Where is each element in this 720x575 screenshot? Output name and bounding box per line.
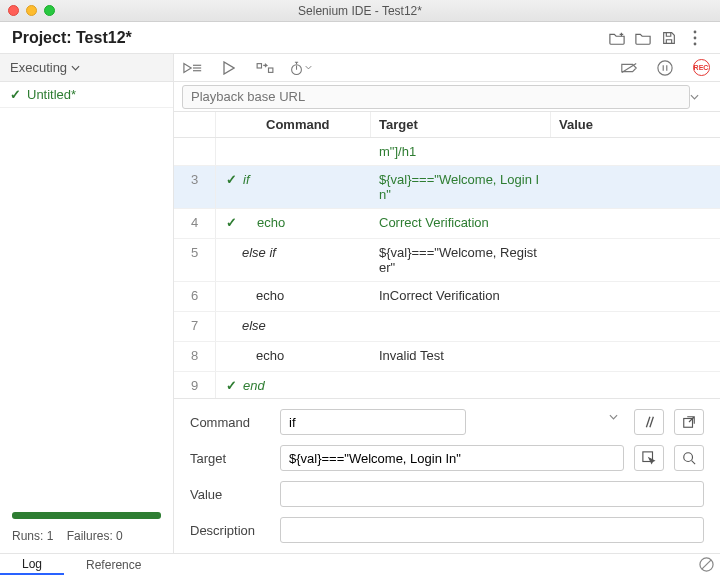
- step-value: [551, 209, 720, 221]
- chevron-down-icon: [690, 94, 699, 100]
- comment-slashes-icon: [642, 415, 656, 429]
- open-project-button[interactable]: [630, 26, 656, 50]
- folder-open-icon: [634, 30, 652, 46]
- step-target: [371, 312, 551, 324]
- run-all-button[interactable]: [182, 57, 204, 79]
- step-value: [551, 342, 720, 354]
- step-command: else: [242, 318, 266, 333]
- clear-icon: [699, 557, 714, 572]
- run-button[interactable]: [218, 57, 240, 79]
- tests-mode-label: Executing: [10, 60, 67, 75]
- header-command: Command: [216, 112, 371, 137]
- step-command-cell: ✓echo: [216, 209, 371, 236]
- header-value: Value: [551, 112, 720, 137]
- step-target: ${val}==="Welcome, Login In": [371, 166, 551, 208]
- test-name: Untitled*: [27, 87, 76, 102]
- check-icon: ✓: [226, 172, 237, 187]
- svg-point-10: [658, 60, 672, 74]
- step-target: Invalid Test: [371, 342, 551, 369]
- new-project-button[interactable]: [604, 26, 630, 50]
- form-value-label: Value: [190, 487, 270, 502]
- stopwatch-icon: [290, 60, 303, 76]
- step-row[interactable]: 7else: [174, 312, 720, 342]
- pause-circle-icon: [657, 60, 673, 76]
- find-target-button[interactable]: [674, 445, 704, 471]
- no-breakpoint-icon: [620, 61, 638, 75]
- step-row[interactable]: 3✓if${val}==="Welcome, Login In": [174, 166, 720, 209]
- chevron-down-icon: [305, 65, 312, 70]
- grid-header: Command Target Value: [174, 112, 720, 138]
- svg-point-17: [684, 453, 693, 462]
- check-icon: ✓: [10, 87, 21, 102]
- speed-button[interactable]: [290, 57, 312, 79]
- chevron-down-icon: [609, 414, 618, 420]
- run-stats: Runs: 1 Failures: 0: [0, 529, 173, 553]
- header-target: Target: [371, 112, 551, 137]
- step-row[interactable]: 9✓end: [174, 372, 720, 398]
- step-row[interactable]: 8echoInvalid Test: [174, 342, 720, 372]
- step-target: InCorrect Verification: [371, 282, 551, 309]
- step-number: 9: [174, 372, 216, 398]
- bottom-tabs: Log Reference: [0, 553, 720, 575]
- step-command: echo: [242, 348, 284, 363]
- step-command-cell: ✓if: [216, 166, 371, 193]
- tests-dropdown[interactable]: Executing: [0, 54, 173, 82]
- step-number: 8: [174, 342, 216, 371]
- svg-line-20: [701, 560, 710, 569]
- step-row[interactable]: 5else if${val}==="Welcome, Register": [174, 239, 720, 282]
- check-icon: ✓: [226, 378, 237, 393]
- step-command-cell: else: [216, 312, 371, 339]
- test-item[interactable]: ✓ Untitled*: [0, 82, 173, 108]
- step-command: echo: [242, 288, 284, 303]
- step-command-cell: ✓end: [216, 372, 371, 398]
- step-value: [551, 166, 720, 178]
- step-value: [551, 372, 720, 384]
- more-menu-button[interactable]: [682, 26, 708, 50]
- step-command-cell: echo: [216, 342, 371, 369]
- project-header: Project: Test12*: [0, 22, 720, 54]
- progress-bar: [12, 512, 161, 519]
- toggle-command-button[interactable]: [634, 409, 664, 435]
- record-icon: REC: [693, 59, 710, 76]
- step-command-cell: [216, 138, 371, 150]
- form-value-input[interactable]: [280, 481, 704, 507]
- step-button[interactable]: [254, 57, 276, 79]
- step-command: else if: [242, 245, 276, 260]
- form-command-label: Command: [190, 415, 270, 430]
- sidebar: Executing ✓ Untitled* Runs: 1 Failures: …: [0, 54, 174, 553]
- step-number: [174, 138, 216, 165]
- form-command-input[interactable]: [280, 409, 466, 435]
- step-number: 3: [174, 166, 216, 208]
- step-value: [551, 138, 720, 150]
- step-command: end: [243, 378, 265, 393]
- new-window-button[interactable]: [674, 409, 704, 435]
- step-target: [371, 372, 551, 384]
- record-button[interactable]: REC: [690, 57, 712, 79]
- step-row[interactable]: 4✓echoCorrect Verification: [174, 209, 720, 239]
- step-row[interactable]: 6echoInCorrect Verification: [174, 282, 720, 312]
- step-number: 6: [174, 282, 216, 311]
- playback-url-input[interactable]: [182, 85, 690, 109]
- tab-reference[interactable]: Reference: [64, 554, 163, 575]
- step-target: ${val}==="Welcome, Register": [371, 239, 551, 281]
- step-value: [551, 239, 720, 251]
- form-description-input[interactable]: [280, 517, 704, 543]
- tab-log[interactable]: Log: [0, 554, 64, 575]
- form-target-input[interactable]: [280, 445, 624, 471]
- svg-point-0: [694, 30, 697, 33]
- url-dropdown-toggle[interactable]: [690, 94, 712, 100]
- step-row[interactable]: m"]/h1: [174, 138, 720, 166]
- clear-log-button[interactable]: [692, 554, 720, 575]
- disable-breakpoints-button[interactable]: [618, 57, 640, 79]
- progress-bar-wrap: [0, 502, 173, 529]
- save-project-button[interactable]: [656, 26, 682, 50]
- form-target-label: Target: [190, 451, 270, 466]
- pause-on-exception-button[interactable]: [654, 57, 676, 79]
- step-number: 4: [174, 209, 216, 238]
- window-title: Selenium IDE - Test12*: [0, 4, 720, 18]
- step-number: 5: [174, 239, 216, 281]
- failures-count: Failures: 0: [67, 529, 123, 543]
- svg-point-1: [694, 36, 697, 39]
- external-window-icon: [682, 415, 696, 429]
- select-target-button[interactable]: [634, 445, 664, 471]
